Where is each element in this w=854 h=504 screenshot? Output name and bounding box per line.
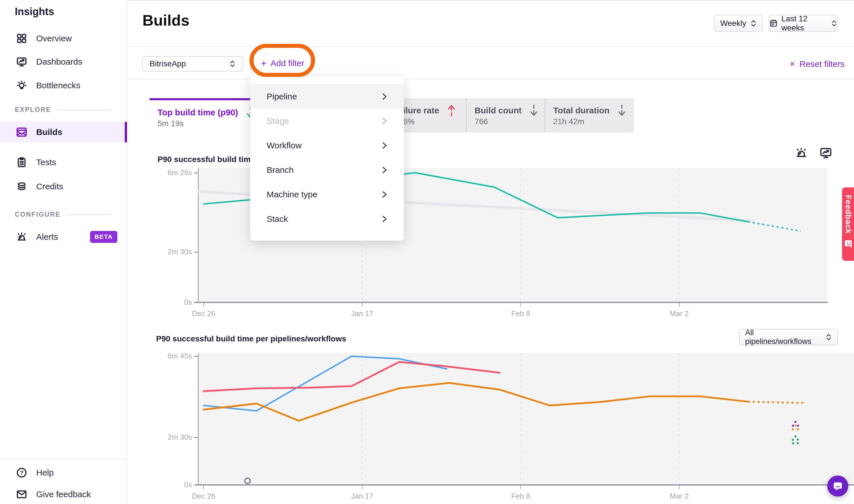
- reset-filters-label: Reset filters: [800, 59, 844, 69]
- envelope-icon: [16, 488, 28, 500]
- header-divider: [127, 47, 854, 47]
- chevron-updown-icon: [831, 19, 837, 28]
- tab-label: Top build time (p90): [158, 108, 238, 117]
- y-axis-tick-label: 6m 26s: [155, 168, 192, 177]
- section-label: EXPLORE: [15, 106, 51, 114]
- app-select[interactable]: BitriseApp: [142, 56, 243, 71]
- chart1-title: P90 successful build time fo: [158, 155, 265, 164]
- trend-down-icon: [617, 104, 627, 117]
- monitor-chart-icon: [16, 56, 28, 68]
- chevron-right-icon: [382, 142, 387, 149]
- sidebar-item-give-feedback[interactable]: Give feedback: [0, 486, 127, 502]
- tab-label: ilure rate: [403, 106, 439, 115]
- tab-build-count[interactable]: Build count 766: [466, 98, 545, 132]
- sidebar-item-label: Tests: [36, 158, 56, 167]
- menu-item-branch[interactable]: Branch: [250, 158, 404, 182]
- tab-total-duration[interactable]: Total duration 21h 42m: [545, 98, 634, 132]
- feedback-tab-label: Feedback: [844, 195, 853, 234]
- beta-badge: BETA: [90, 231, 117, 243]
- sidebar-item-tests[interactable]: Tests: [0, 153, 127, 172]
- chevron-updown-icon: [825, 333, 832, 341]
- y-axis-tick-label: 0s: [155, 480, 192, 489]
- granularity-value: Weekly: [720, 19, 746, 28]
- granularity-select[interactable]: Weekly: [714, 15, 763, 32]
- chevron-updown-icon: [229, 59, 235, 68]
- menu-item-stage: Stage: [250, 109, 404, 133]
- y-axis-tick-label: 0s: [155, 298, 192, 307]
- menu-item-pipeline[interactable]: Pipeline: [250, 84, 404, 109]
- sidebar-item-label: Alerts: [36, 232, 58, 242]
- siren-icon: [16, 231, 28, 243]
- builds-icon: [16, 126, 28, 138]
- sidebar-section-explore: EXPLORE: [15, 106, 111, 114]
- chevron-right-icon: [382, 93, 387, 100]
- sidebar-item-overview[interactable]: Overview: [0, 29, 127, 48]
- sidebar-item-builds[interactable]: Builds: [0, 122, 127, 142]
- close-icon: ×: [789, 59, 795, 69]
- sidebar-section-configure: CONFIGURE: [15, 211, 111, 218]
- calendar-icon: [770, 19, 777, 28]
- sidebar-footer-divider: [0, 459, 127, 459]
- tab-value: 21h 42m: [553, 117, 584, 126]
- sidebar-item-label: Help: [36, 468, 54, 478]
- question-icon: ?: [16, 467, 28, 479]
- sidebar-item-bottlenecks[interactable]: Bottlenecks: [0, 76, 127, 94]
- feedback-tab[interactable]: Feedback: [842, 187, 854, 261]
- menu-item-label: Stage: [267, 116, 289, 126]
- alert-bell-icon[interactable]: [795, 146, 808, 160]
- chat-bubble-icon: [832, 481, 843, 491]
- chat-launcher-button[interactable]: [827, 475, 848, 497]
- chevron-right-icon: [382, 166, 387, 174]
- sidebar-item-credits[interactable]: Credits: [0, 177, 127, 196]
- trend-down-icon: [529, 104, 539, 117]
- annotation-circle: [250, 44, 315, 77]
- sidebar-item-dashboards[interactable]: Dashboards: [0, 53, 127, 71]
- tab-label: Total duration: [553, 106, 610, 115]
- sidebar-item-label: Overview: [36, 34, 72, 43]
- menu-item-stack[interactable]: Stack: [250, 207, 404, 231]
- filter-row-divider: [127, 79, 854, 79]
- date-range-value: Last 12 weeks: [781, 14, 827, 33]
- date-range-select[interactable]: Last 12 weeks: [769, 15, 837, 32]
- chevron-right-icon: [382, 118, 387, 124]
- chevron-right-icon: [382, 191, 387, 198]
- section-divider: [57, 110, 111, 110]
- page-title: Builds: [142, 12, 190, 29]
- smiley-bubble-icon: [843, 239, 853, 250]
- y-axis-tick-label: 6m 45s: [155, 352, 192, 360]
- menu-item-label: Pipeline: [267, 92, 297, 101]
- window-top-border: [0, 0, 854, 1]
- tab-value: 5m 19s: [158, 119, 184, 128]
- chevron-right-icon: [382, 216, 387, 222]
- grid-icon: [16, 33, 28, 44]
- tab-value: 766: [475, 117, 488, 126]
- menu-item-workflow[interactable]: Workflow: [250, 133, 404, 158]
- app-select-value: BitriseApp: [149, 59, 186, 68]
- sidebar-item-label: Bottlenecks: [36, 80, 80, 90]
- tab-label: Build count: [475, 106, 521, 115]
- chart1-actions: [795, 146, 832, 160]
- menu-item-label: Stack: [267, 214, 288, 224]
- sidebar-item-alerts[interactable]: Alerts BETA: [0, 228, 127, 246]
- svg-text:?: ?: [20, 470, 23, 476]
- reset-filters-button[interactable]: × Reset filters: [789, 59, 844, 69]
- menu-item-label: Workflow: [267, 141, 302, 150]
- coins-icon: [16, 181, 28, 193]
- chart-plot-2: [198, 353, 854, 493]
- trend-up-icon: [447, 104, 456, 117]
- section-label: CONFIGURE: [15, 211, 61, 218]
- y-axis-tick-mark: [194, 173, 198, 174]
- menu-item-machine-type[interactable]: Machine type: [250, 182, 404, 207]
- sidebar-item-label: Credits: [36, 182, 63, 191]
- sidebar-item-help[interactable]: ? Help: [0, 465, 127, 481]
- add-to-dashboard-icon[interactable]: [819, 146, 832, 160]
- pipelines-select[interactable]: All pipelines/workflows: [739, 329, 838, 345]
- filter-menu: Pipeline Stage Workflow Branch Machine t…: [250, 77, 404, 240]
- menu-item-label: Branch: [267, 165, 294, 175]
- y-axis-tick-mark: [194, 252, 198, 253]
- y-axis-tick-label: 2m 30s: [155, 433, 192, 442]
- y-axis-tick-mark: [194, 356, 198, 357]
- menu-item-label: Machine type: [267, 190, 317, 199]
- chevron-updown-icon: [750, 19, 757, 28]
- clipboard-icon: [16, 156, 28, 168]
